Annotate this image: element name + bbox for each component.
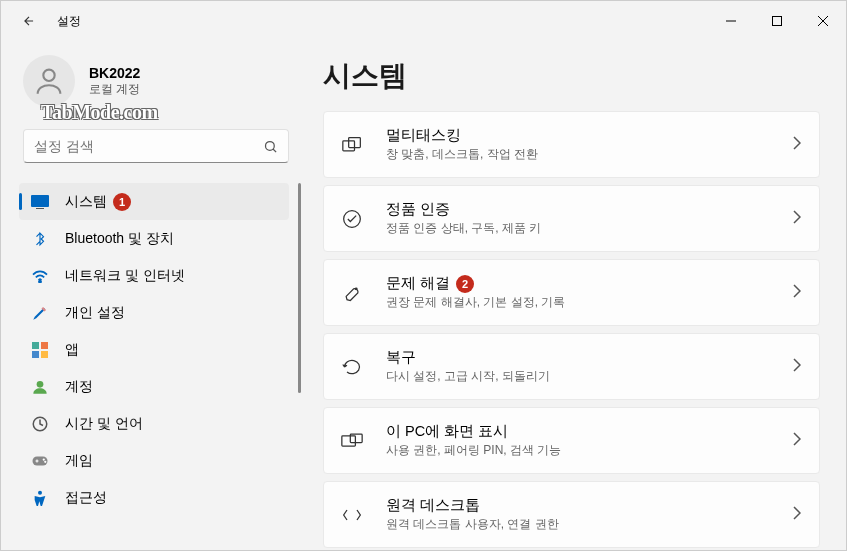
avatar — [23, 55, 75, 107]
svg-rect-8 — [32, 351, 39, 358]
nav-item-label: 개인 설정 — [65, 304, 125, 322]
sidebar: TabMode.com BK2022 로컬 계정 시스템 1 — [1, 41, 311, 550]
setting-card-remote-desktop[interactable]: 원격 데스크톱 원격 데스크톱 사용자, 연결 권한 — [323, 481, 820, 548]
projecting-icon — [340, 429, 364, 453]
nav-item-label: 시스템 — [65, 193, 107, 211]
svg-point-1 — [43, 70, 54, 81]
wrench-icon — [340, 281, 364, 305]
nav-item-accessibility[interactable]: 접근성 — [19, 479, 289, 516]
svg-rect-20 — [342, 435, 356, 445]
setting-card-multitasking[interactable]: 멀티태스킹 창 맞춤, 데스크톱, 작업 전환 — [323, 111, 820, 178]
setting-card-troubleshoot[interactable]: 문제 해결 2 권장 문제 해결사, 기본 설정, 기록 — [323, 259, 820, 326]
search-input[interactable] — [34, 138, 263, 154]
account-block[interactable]: BK2022 로컬 계정 — [1, 55, 311, 129]
svg-point-14 — [44, 460, 46, 462]
remote-desktop-icon — [340, 503, 364, 527]
titlebar: 설정 — [1, 1, 846, 41]
wifi-icon — [31, 267, 49, 285]
nav-item-system[interactable]: 시스템 1 — [19, 183, 289, 220]
search-icon — [263, 139, 278, 154]
recovery-icon — [340, 355, 364, 379]
multitasking-icon — [340, 133, 364, 157]
svg-rect-9 — [41, 351, 48, 358]
page-title: 시스템 — [323, 57, 820, 95]
account-name: BK2022 — [89, 65, 140, 81]
nav-item-apps[interactable]: 앱 — [19, 331, 289, 368]
nav-item-label: 계정 — [65, 378, 93, 396]
setting-card-projecting[interactable]: 이 PC에 화면 표시 사용 권한, 페어링 PIN, 검색 기능 — [323, 407, 820, 474]
account-subtitle: 로컬 계정 — [89, 81, 140, 98]
accessibility-icon — [31, 489, 49, 507]
chevron-right-icon — [793, 432, 801, 450]
annotation-badge: 2 — [456, 275, 474, 293]
card-subtitle: 권장 문제 해결사, 기본 설정, 기록 — [386, 294, 793, 311]
card-title: 이 PC에 화면 표시 — [386, 422, 793, 441]
svg-rect-6 — [32, 342, 39, 349]
person-icon — [31, 378, 49, 396]
svg-rect-0 — [773, 17, 782, 26]
minimize-icon — [726, 16, 736, 26]
card-title: 문제 해결 2 — [386, 274, 793, 293]
nav-item-label: 시간 및 언어 — [65, 415, 143, 433]
scrollbar-thumb[interactable] — [298, 183, 301, 393]
card-title: 정품 인증 — [386, 200, 793, 219]
titlebar-title: 설정 — [57, 13, 81, 30]
annotation-badge: 1 — [113, 193, 131, 211]
person-icon — [32, 64, 66, 98]
maximize-button[interactable] — [754, 1, 800, 41]
nav-item-accounts[interactable]: 계정 — [19, 368, 289, 405]
card-title: 복구 — [386, 348, 793, 367]
maximize-icon — [772, 16, 782, 26]
bluetooth-icon — [31, 230, 49, 248]
nav-item-label: Bluetooth 및 장치 — [65, 230, 174, 248]
nav: 시스템 1 Bluetooth 및 장치 네트워크 및 인터넷 개인 설 — [1, 181, 311, 516]
back-button[interactable] — [19, 11, 39, 31]
clock-globe-icon — [31, 415, 49, 433]
minimize-button[interactable] — [708, 1, 754, 41]
nav-item-bluetooth[interactable]: Bluetooth 및 장치 — [19, 220, 289, 257]
nav-item-label: 접근성 — [65, 489, 107, 507]
card-subtitle: 창 맞춤, 데스크톱, 작업 전환 — [386, 146, 793, 163]
nav-item-time-language[interactable]: 시간 및 언어 — [19, 405, 289, 442]
svg-rect-4 — [36, 208, 44, 209]
nav-item-gaming[interactable]: 게임 — [19, 442, 289, 479]
chevron-right-icon — [793, 284, 801, 302]
setting-card-activation[interactable]: 정품 인증 정품 인증 상태, 구독, 제품 키 — [323, 185, 820, 252]
close-icon — [818, 16, 828, 26]
setting-card-recovery[interactable]: 복구 다시 설정, 고급 시작, 되돌리기 — [323, 333, 820, 400]
svg-point-2 — [266, 141, 275, 150]
main-content: 시스템 멀티태스킹 창 맞춤, 데스크톱, 작업 전환 정품 인증 정품 인 — [311, 41, 846, 550]
apps-icon — [31, 341, 49, 359]
card-subtitle: 원격 데스크톱 사용자, 연결 권한 — [386, 516, 793, 533]
card-subtitle: 정품 인증 상태, 구독, 제품 키 — [386, 220, 793, 237]
chevron-right-icon — [793, 358, 801, 376]
svg-point-19 — [355, 288, 357, 290]
search-box[interactable] — [23, 129, 289, 163]
nav-item-network[interactable]: 네트워크 및 인터넷 — [19, 257, 289, 294]
chevron-right-icon — [793, 506, 801, 524]
arrow-left-icon — [22, 14, 36, 28]
svg-rect-7 — [41, 342, 48, 349]
chevron-right-icon — [793, 136, 801, 154]
svg-point-15 — [38, 490, 42, 494]
check-circle-icon — [340, 207, 364, 231]
card-subtitle: 사용 권한, 페어링 PIN, 검색 기능 — [386, 442, 793, 459]
window-controls — [708, 1, 846, 41]
nav-item-personalization[interactable]: 개인 설정 — [19, 294, 289, 331]
card-title: 원격 데스크톱 — [386, 496, 793, 515]
nav-item-label: 게임 — [65, 452, 93, 470]
card-subtitle: 다시 설정, 고급 시작, 되돌리기 — [386, 368, 793, 385]
paintbrush-icon — [31, 304, 49, 322]
svg-point-5 — [39, 280, 41, 282]
card-title: 멀티태스킹 — [386, 126, 793, 145]
svg-point-10 — [37, 381, 44, 388]
svg-point-13 — [43, 458, 45, 460]
nav-item-label: 네트워크 및 인터넷 — [65, 267, 185, 285]
gamepad-icon — [31, 452, 49, 470]
svg-rect-3 — [31, 195, 49, 207]
nav-item-label: 앱 — [65, 341, 79, 359]
display-icon — [31, 193, 49, 211]
chevron-right-icon — [793, 210, 801, 228]
close-button[interactable] — [800, 1, 846, 41]
